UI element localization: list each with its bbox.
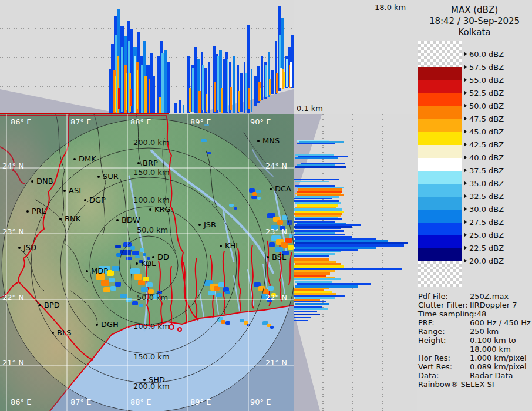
legend-label-text: 45.0 dBZ xyxy=(469,127,504,136)
legend-label: 52.5 dBZ xyxy=(464,88,504,97)
legend-label: 57.5 dBZ xyxy=(464,62,504,72)
city-marker xyxy=(18,247,21,249)
legend-tick-arrow-icon xyxy=(464,181,467,186)
metadata-label: PRF: xyxy=(418,318,470,327)
radar-echo xyxy=(141,287,148,292)
radar-echo xyxy=(103,287,110,292)
echo-row xyxy=(294,293,336,295)
echo-row xyxy=(295,215,341,217)
echo-row xyxy=(298,156,348,157)
echo-row xyxy=(295,154,334,156)
metadata-label: Clutter Filter: xyxy=(418,301,470,309)
city-label: BRP xyxy=(143,159,158,167)
echo-row xyxy=(294,275,326,277)
legend-tick-arrow-icon xyxy=(464,207,467,211)
echo-column xyxy=(167,62,170,113)
echo-row xyxy=(294,198,332,199)
city-marker xyxy=(63,190,66,192)
vertical-projection-top-panel xyxy=(0,0,294,114)
legend-label: 42.5 dBZ xyxy=(464,140,504,149)
radar-echo xyxy=(147,282,153,287)
echo-row xyxy=(294,308,328,310)
echo-row xyxy=(294,317,311,318)
legend-band xyxy=(418,223,462,235)
echo-row xyxy=(299,141,344,143)
district-boundary xyxy=(120,179,132,291)
legend-band xyxy=(418,248,462,261)
metadata-label: Height: xyxy=(418,336,470,345)
city-marker xyxy=(137,162,140,164)
echo-row xyxy=(295,185,335,187)
legend-band xyxy=(418,158,462,171)
city-label: DNB xyxy=(36,177,53,186)
legend-label: 30.0 dBZ xyxy=(464,204,504,214)
echo-column xyxy=(240,73,243,112)
city-label: DMK xyxy=(79,154,96,163)
city-label: DGP xyxy=(89,196,106,204)
longitude-label: 86° E xyxy=(11,397,31,406)
radar-display-window: 18.0 km 0.1 km 86° E86° E87° E87° E88° E… xyxy=(0,0,532,411)
echo-row xyxy=(295,157,338,159)
echo-column xyxy=(183,105,184,113)
echo-row xyxy=(297,191,342,193)
city-marker xyxy=(220,245,222,247)
city-marker xyxy=(116,219,119,221)
echo-row xyxy=(294,249,358,251)
range-ring-label: 50.0 km xyxy=(137,225,168,234)
legend-color-scale xyxy=(418,41,462,287)
latitude-label: 23° N xyxy=(2,227,24,236)
radar-echo xyxy=(288,245,294,250)
range-ring-label: 200.0 km xyxy=(133,138,170,147)
metadata-value: 250Z.max xyxy=(470,292,509,301)
echo-row xyxy=(295,207,336,208)
metadata-label: Range: xyxy=(418,327,470,336)
metadata-value: 18.000 km xyxy=(470,345,511,353)
echo-column xyxy=(189,88,191,112)
echo-column xyxy=(238,91,240,112)
legend-label-text: 40.0 dBZ xyxy=(469,153,504,162)
legend-band xyxy=(418,41,462,67)
echo-row xyxy=(294,277,335,278)
metadata-label: Hor Res: xyxy=(418,353,470,362)
city-label: DCA xyxy=(275,184,291,193)
echo-column xyxy=(261,56,263,100)
echo-column xyxy=(174,103,177,113)
city-marker xyxy=(59,218,62,220)
echo-row xyxy=(295,196,339,198)
echo-row xyxy=(297,194,344,196)
echo-row xyxy=(294,311,317,312)
metadata-label: Pdf File: xyxy=(418,292,470,301)
longitude-label: 89° E xyxy=(190,397,211,406)
software-brand: Rainbow® SELEX-SI xyxy=(418,380,494,389)
district-boundary xyxy=(70,291,97,326)
city-marker xyxy=(52,332,54,334)
legend-label-text: 22.5 dBZ xyxy=(469,244,504,252)
echo-row xyxy=(294,253,335,255)
legend-band xyxy=(418,119,462,132)
legend-label: 32.5 dBZ xyxy=(464,191,504,201)
echo-column xyxy=(208,62,210,113)
legend-label-text: 25.0 dBZ xyxy=(469,231,504,240)
legend-tick-arrow-icon xyxy=(464,194,467,198)
legend-label-text: 32.5 dBZ xyxy=(469,192,504,201)
legend-label: 40.0 dBZ xyxy=(464,153,504,162)
echo-column xyxy=(194,47,197,113)
legend-label: 35.0 dBZ xyxy=(464,178,504,188)
radar-echo xyxy=(207,152,211,154)
echo-column xyxy=(161,53,164,113)
radar-echo xyxy=(130,246,135,250)
echo-column xyxy=(206,94,207,112)
radar-echo xyxy=(270,326,274,329)
city-marker xyxy=(149,208,151,211)
echo-row xyxy=(297,187,344,188)
beam-blind-wedge xyxy=(0,89,125,114)
metadata-row: Height:0.100 km to xyxy=(418,336,532,345)
metadata-row: 18.000 km xyxy=(418,345,532,353)
radar-echo xyxy=(143,277,149,281)
legend-tick-arrow-icon xyxy=(464,78,467,82)
echo-row xyxy=(295,224,361,226)
latitude-label: 22° N xyxy=(265,293,287,302)
longitude-label: 90° E xyxy=(250,117,271,126)
legend-label-text: 30.0 dBZ xyxy=(469,205,504,214)
state-boundary xyxy=(195,258,198,320)
